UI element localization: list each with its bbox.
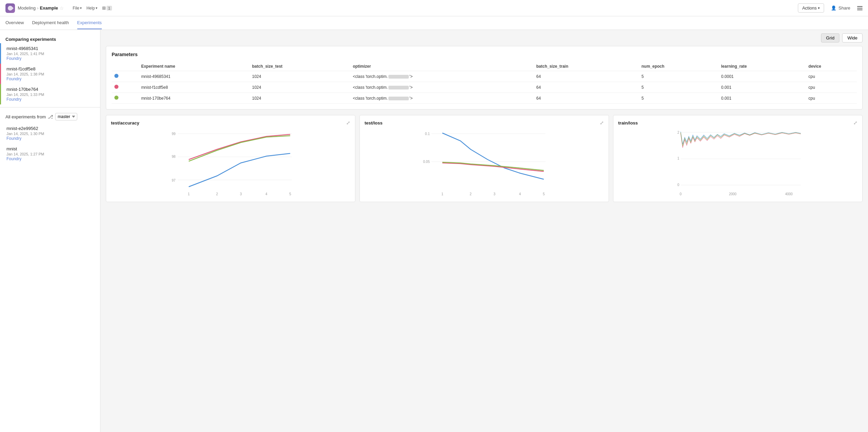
svg-text:1: 1 (677, 156, 679, 160)
svg-text:1: 1 (441, 192, 444, 196)
menu-icon[interactable] (857, 6, 863, 10)
row3-name: mnist-170be764 (139, 93, 250, 104)
svg-text:2: 2 (216, 192, 218, 196)
exp5-link[interactable]: Foundry (6, 156, 95, 161)
svg-text:3: 3 (494, 192, 496, 196)
topbar: Modeling › Example ☆ File ▾ Help ▾ ⊞ 1 A… (0, 0, 868, 16)
exp1-link[interactable]: Foundry (6, 56, 95, 61)
exp4-name: mnist-e2e99562 (6, 126, 95, 131)
app-icon (5, 3, 15, 13)
svg-text:0: 0 (680, 192, 682, 196)
help-menu[interactable]: Help ▾ (84, 4, 99, 12)
breadcrumb-example: Example (40, 5, 58, 11)
chart3-title: train/loss (618, 120, 638, 126)
exp1-name: mnist-49685341 (6, 46, 95, 51)
svg-text:1: 1 (188, 192, 190, 196)
sidebar-divider (0, 107, 100, 107)
actions-button[interactable]: Actions ▾ (798, 3, 824, 13)
row2-batch-train: 64 (533, 82, 639, 93)
chart-test-loss: test/loss ⤢ 0.1 0.05 1 2 3 (359, 115, 609, 202)
sidebar-item-exp3[interactable]: mnist-170be764 Jan 14, 2025, 1:33 PM Fou… (0, 84, 100, 104)
topbar-menus: File ▾ Help ▾ ⊞ 1 (71, 4, 114, 12)
comparing-title: Comparing experiments (0, 34, 100, 43)
row2-dot (112, 82, 139, 93)
sidebar-item-exp2[interactable]: mnist-f1cdf5e8 Jan 14, 2025, 1:38 PM Fou… (0, 64, 100, 84)
col-header-name: Experiment name (139, 62, 250, 71)
parameters-title: Parameters (112, 52, 857, 57)
sidebar-item-exp4[interactable]: mnist-e2e99562 Jan 14, 2025, 1:30 PM Fou… (0, 123, 100, 144)
row1-device: cpu (806, 71, 857, 82)
file-menu[interactable]: File ▾ (71, 4, 84, 12)
chart-test-accuracy: test/accuracy ⤢ 99 98 97 1 (106, 115, 355, 202)
row1-batch-train: 64 (533, 71, 639, 82)
col-header-optimizer: optimizer (350, 62, 533, 71)
row1-name: mnist-49685341 (139, 71, 250, 82)
exp2-date: Jan 14, 2025, 1:38 PM (6, 72, 95, 76)
branch-icon: ⎇ (48, 114, 53, 119)
row1-batch-test: 1024 (249, 71, 350, 82)
table-row: mnist-49685341 1024 <class 'torch.optim.… (112, 71, 857, 82)
chart1-expand-icon[interactable]: ⤢ (346, 120, 350, 126)
row3-batch-test: 1024 (249, 93, 350, 104)
chart2-expand-icon[interactable]: ⤢ (600, 120, 604, 126)
branch-select[interactable]: master (55, 113, 77, 120)
file-menu-arrow: ▾ (80, 6, 82, 10)
row3-dot (112, 93, 139, 104)
row2-name: mnist-f1cdf5e8 (139, 82, 250, 93)
col-header-num-epoch: num_epoch (639, 62, 719, 71)
sidebar-item-exp5[interactable]: mnist Jan 14, 2025, 1:27 PM Foundry (0, 144, 100, 164)
exp2-name: mnist-f1cdf5e8 (6, 66, 95, 71)
svg-text:2000: 2000 (729, 192, 737, 196)
col-header-dot (112, 62, 139, 71)
row3-lr: 0.001 (719, 93, 806, 104)
exp1-date: Jan 14, 2025, 1:41 PM (6, 52, 95, 56)
star-icon[interactable]: ☆ (60, 5, 64, 11)
exp3-date: Jan 14, 2025, 1:33 PM (6, 93, 95, 97)
chart3-svg: 2 1 0 0 2000 4000 (618, 129, 857, 197)
parameters-table: Experiment name batch_size_test optimize… (112, 62, 857, 104)
row1-optimizer: <class 'torch.optim.'> (350, 71, 533, 82)
chart1-title: test/accuracy (111, 120, 139, 126)
chart-train-loss: train/loss ⤢ 2 1 0 0 20 (613, 115, 863, 202)
all-experiments-label: All experiments from (5, 114, 46, 119)
share-button[interactable]: 👤 Share (828, 4, 853, 12)
exp3-link[interactable]: Foundry (6, 97, 95, 102)
breadcrumb-modeling[interactable]: Modeling (18, 5, 36, 11)
row2-batch-test: 1024 (249, 82, 350, 93)
exp4-link[interactable]: Foundry (6, 136, 95, 141)
svg-text:5: 5 (289, 192, 291, 196)
help-menu-arrow: ▾ (96, 6, 97, 10)
chart3-header: train/loss ⤢ (618, 120, 857, 126)
main-layout: Comparing experiments mnist-49685341 Jan… (0, 30, 868, 432)
tab-deployment-health[interactable]: Deployment health (32, 17, 69, 29)
grid-view-button[interactable]: Grid (821, 33, 840, 43)
svg-text:0.05: 0.05 (423, 160, 430, 164)
col-header-lr: learning_rate (719, 62, 806, 71)
exp2-link[interactable]: Foundry (6, 77, 95, 81)
wide-view-button[interactable]: Wide (842, 33, 863, 43)
chart1-svg: 99 98 97 1 2 3 4 5 (111, 129, 350, 197)
share-icon: 👤 (831, 5, 836, 11)
charts-row: test/accuracy ⤢ 99 98 97 1 (106, 115, 863, 202)
col-header-batch-train: batch_size_train (533, 62, 639, 71)
svg-text:5: 5 (543, 192, 545, 196)
tab-experiments[interactable]: Experiments (77, 17, 102, 29)
chart3-expand-icon[interactable]: ⤢ (853, 120, 857, 126)
row1-dot (112, 71, 139, 82)
chart2-header: test/loss ⤢ (365, 120, 604, 126)
row3-batch-train: 64 (533, 93, 639, 104)
instances-badge[interactable]: ⊞ 1 (100, 4, 114, 12)
chart1-header: test/accuracy ⤢ (111, 120, 350, 126)
view-toggle: Grid Wide (100, 30, 868, 46)
tab-overview[interactable]: Overview (5, 17, 24, 29)
row2-num-epoch: 5 (639, 82, 719, 93)
content-area: Grid Wide Parameters Experiment name bat… (100, 30, 868, 432)
exp5-date: Jan 14, 2025, 1:27 PM (6, 152, 95, 156)
svg-text:2: 2 (677, 131, 679, 134)
row3-device: cpu (806, 93, 857, 104)
chart2-title: test/loss (365, 120, 383, 126)
sidebar-item-exp1[interactable]: mnist-49685341 Jan 14, 2025, 1:41 PM Fou… (0, 43, 100, 64)
row1-lr: 0.0001 (719, 71, 806, 82)
exp3-name: mnist-170be764 (6, 87, 95, 92)
table-header-row: Experiment name batch_size_test optimize… (112, 62, 857, 71)
